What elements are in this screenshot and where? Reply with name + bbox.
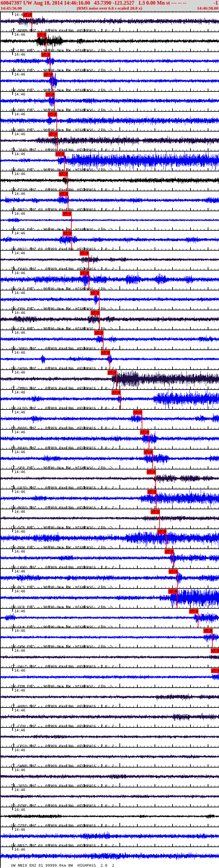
trace-time-label: 14:46 [14,371,25,375]
trace-station-label: UW GPW EHZ -- 99999.0km BW HIGHPASS 2.0 … [11,645,112,649]
trace-time-label: 14:46 [14,291,25,295]
trace-station-label: TA E04D BHZ -- 99999.0km BW HIGHPASS 2.0… [11,267,114,271]
trace-time-label: 14:46 [14,808,25,812]
trace-time-label: 14:46 [14,748,25,752]
trace-station-label: CC A9BU BHZ -- 99999.0km BW HIGHPASS 2.0… [11,705,114,709]
pick-flag[interactable]: xT 4 [133,410,142,415]
trace-time-label: 14:46 [14,172,25,176]
trace-time-label: 14:46 [14,311,25,315]
trace-station-label: UW MORO EHZ -- 99999.0km BW HIGHPASS 2.0… [11,506,114,510]
trace-station-label: UW J0RV EHZ -- 99999.0km BW HIGHPASS 2.0… [11,347,114,351]
pick-flag[interactable]: xT 4 [111,390,120,395]
trace-time-label: 14:46 [14,410,25,414]
pick-flag[interactable]: xT 4 [55,152,64,156]
pick-flag[interactable]: xT 4 [108,370,116,375]
pick-flag[interactable]: xT 4 [59,172,67,176]
event-header: 60847397 UW Aug 18, 2014 14:46:16.00 43.… [0,0,219,11]
trace-station-label: UW NN21 EHZ 01 99999.0km BW HIGHPASS 2.0… [11,247,114,251]
pick-flag[interactable]: xT 4 [147,490,156,494]
trace-time-label: 14:46 [14,669,25,673]
trace-station-label: UW OOW EHZ -- 99999.0km BW HIGHPASS 2.0 … [11,89,112,93]
pick-flag[interactable]: xT 4 [147,470,155,474]
trace-station-label: UW WRD EHZ -- 99999.0km BW HIGHPASS 2.0 … [11,128,112,132]
trace-station-label: CC VALT BHZ -- 99999.0km BW HIGHPASS 2.0… [11,665,114,669]
pick-flag[interactable]: xT 4 [63,231,71,236]
trace-time-label: 14:46 [14,649,25,653]
trace-station-label: UW NN17 EHZ 01 99999.0km BW HIGHPASS 2.0… [11,844,114,848]
trace-time-label: 14:46 [14,728,25,733]
trace-station-label: CC CPCO BHZ -- 99999.0km BW HIGHPASS 2.0… [11,744,114,748]
trace-time-label: 14:46 [14,470,25,474]
trace-station-label: CC CIHL BHZ -- 99999.0km BW HIGHPASS 2.0… [11,724,114,728]
trace-station-label: CC NORM BHZ -- 99999.0km BW HIGHPASS 2.0… [11,29,114,33]
pick-flag[interactable]: xT 4 [211,669,219,673]
pick-flag[interactable]: xT 4 [23,12,31,17]
pick-flag[interactable]: xT 4 [90,291,99,296]
trace-station-label: UW SVQH EHZ -- 99999.0km BW HIGHPASS 2.0… [11,367,114,371]
trace-station-label: UW VCR EHZ -- 99999.0km BW HIGHPASS 2.0 … [11,606,112,610]
trace-time-label: 14:46 [14,93,25,96]
pick-flag[interactable]: xT 4 [94,331,103,335]
trace-time-label: 14:46 [14,629,25,633]
trace-station-label: PB B040 EHZ -- 99999.0km BW HIGHPASS 2.0… [11,446,114,450]
trace-station-label: NC LMC HHZ -- 99999.0km BW HIGHPASS 2.0 … [11,49,112,53]
trace-station-label: UW GLK EHZ -- 99999.0km BW HIGHPASS 2.0 … [11,625,112,629]
pick-flag[interactable]: xT 4 [189,609,198,614]
pick-flag[interactable]: xT 4 [203,629,212,633]
pick-flag[interactable]: xT 4 [41,52,50,57]
pick-flag[interactable]: xT 4 [140,430,149,435]
trace-time-label: 14:46 [14,530,25,534]
trace-station-label: CC SEP EHZ -- 99999.0km BW HIGHPASS 2.0 … [11,466,112,470]
pick-flag[interactable]: xT 4 [144,450,152,455]
trace-station-label: UW EDM EHZ -- 99999.0km BW HIGHPASS 2.0 … [11,685,112,689]
trace-time-label: 14:46 [14,768,25,772]
trace-station-label: UW LKWV EHZ -- 99999.0km BW HIGHPASS 2.0… [11,566,114,569]
trace-time-label: 14:46 [14,828,25,832]
trace-station-label: UO PINE BHZ -- 99999.0km BW HIGHPASS 2.0… [11,804,114,808]
trace-station-label: UW OBD EHZ -- 99999.0km BW HIGHPASS 2.0 … [11,108,112,113]
trace-time-label: 14:46 [14,610,25,613]
trace-station-label: UW GLDO EHZ -- 99999.0km BW HIGHPASS 2.0… [11,406,114,410]
window-end-time: 14:46:58.00 [197,6,218,10]
trace-time-label: 14:46 [14,569,25,574]
trace-time-label: 14:46 [14,430,25,434]
pick-flag[interactable]: xT 4 [59,192,68,196]
seismogram-viewer: 60847397 UW Aug 18, 2014 14:46:16.00 43.… [0,0,219,868]
pick-flag[interactable]: xT 4 [80,271,89,276]
trace-time-label: 14:46 [14,331,25,335]
trace-time-label: 14:46 [14,510,25,514]
trace-time-label: 14:46 [14,848,25,852]
pick-flag[interactable]: xT 4 [48,112,56,117]
pick-flag[interactable]: xT 4 [168,589,177,594]
pick-flag[interactable]: xT 4 [211,649,219,653]
trace-station-label: CN OZB BHZ -- 99999.0km BW HIGHPASS 2.0 … [11,526,112,530]
pick-flag[interactable]: xT 4 [62,212,71,216]
trace-station-label: TA J05D BHZ -- 99999.0km BW HIGHPASS 2.0… [11,784,114,788]
trace-time-label: 14:46 [14,72,25,76]
trace-time-label: 14:46 [14,450,25,454]
pick-flag[interactable]: xT 4 [46,92,54,97]
pick-flag[interactable]: xT 4 [157,529,166,534]
pick-flag[interactable]: xT 4 [44,72,52,77]
pick-flag[interactable]: xT 4 [90,311,99,315]
trace-time-label: 14:46 [14,33,25,37]
trace-station-label: UW CDF EHZ -- 99999.0km BW HIGHPASS 2.0 … [11,228,112,232]
pick-flag[interactable]: xT 4 [165,549,173,554]
trace-time-label: 14:46 [14,53,25,57]
pick-flag[interactable]: xT 4 [80,251,88,256]
trace-station-label: UW BOW EHZ -- 99999.0km BW HIGHPASS 2.0 … [11,546,112,550]
trace-station-label: CC SWNB BHZ -- 99999.0km BW HIGHPASS 2.0… [11,764,114,768]
trace-station-label: UW IZEE HHZ -- 99999.0km BW HIGHPASS 2.0… [11,824,114,828]
pick-flag[interactable]: xT 4 [101,350,109,355]
pick-flag[interactable]: xT 4 [37,32,46,37]
trace-time-label: 14:46 [14,391,25,395]
trace-time-label: 14:46 [14,550,25,554]
trace-station-label: UW NCO EHZ -- 99999.0km BW HIGHPASS 2.0 … [11,69,112,72]
trace-time-label: 14:46 [14,709,25,713]
event-summary: 60847397 UW Aug 18, 2014 14:46:16.00 43.… [1,0,187,6]
pick-flag[interactable]: xT 4 [49,132,57,136]
pick-flag[interactable]: xT 4 [150,509,159,514]
trace-time-label: 14:46 [14,490,25,494]
trace-station-label: TA G03D BHZ -- 99999.0km BW HIGHPASS 2.0… [11,486,114,490]
pick-flag[interactable]: xT 4 [169,569,177,574]
